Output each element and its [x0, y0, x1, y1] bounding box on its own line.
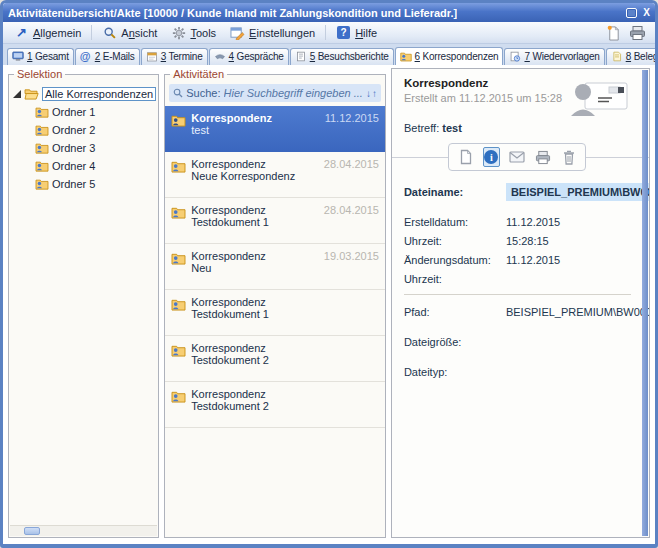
item-subtitle: Testdokument 1: [191, 216, 379, 228]
menu-item-tools[interactable]: Tools: [165, 23, 222, 42]
maximize-button[interactable]: [626, 8, 637, 18]
field-label: Erstelldatum:: [404, 216, 506, 228]
print-button[interactable]: [629, 25, 646, 41]
sort-ascending-button[interactable]: ↑: [372, 88, 377, 99]
titlebar: Aktivitätenübersicht/Akte [10000 / Kunde…: [3, 3, 655, 22]
tree-item-ordner-3[interactable]: Ordner 3: [13, 139, 156, 157]
field-label: Pfad:: [404, 306, 506, 318]
folder-user-icon: [35, 124, 49, 136]
list-item[interactable]: Korrespondenz Neue Korrespondenz 28.04.2…: [165, 152, 385, 198]
folder-user-icon: [35, 178, 49, 190]
item-subtitle: Neu: [191, 262, 379, 274]
folder-label: Ordner 4: [52, 160, 95, 172]
menubar: ↗ Allgemein Ansicht Tools Einstellungen …: [3, 22, 655, 44]
trash-icon: [563, 150, 575, 165]
sort-descending-button[interactable]: ↓: [366, 88, 371, 99]
tab-korrespondenzen[interactable]: 6 Korrespondenzen: [395, 47, 504, 65]
item-date: 28.04.2015: [324, 204, 379, 216]
menu-item-allgemein[interactable]: ↗ Allgemein: [8, 23, 87, 42]
tree-item-ordner-2[interactable]: Ordner 2: [13, 121, 156, 139]
tree-root-item[interactable]: Alle Korrespondenzen: [13, 85, 156, 103]
email-button[interactable]: [508, 147, 526, 167]
tab-termine[interactable]: 3 Termine: [141, 48, 208, 65]
tab-belege[interactable]: 8 Belege: [606, 48, 655, 65]
field-dateityp: Dateityp:: [404, 365, 631, 379]
at-icon: @: [80, 51, 92, 62]
tree-expander-icon[interactable]: [13, 90, 21, 98]
tab-emails[interactable]: @ 2 E-Mails: [75, 48, 140, 65]
menu-item-ansicht[interactable]: Ansicht: [96, 23, 163, 42]
item-subtitle: Testdokument 1: [191, 308, 379, 320]
scrollbar-thumb[interactable]: [24, 527, 40, 535]
correspondence-icon: [171, 344, 186, 357]
item-subtitle: Testdokument 2: [191, 400, 379, 412]
field-value: 15:28:15: [506, 235, 631, 247]
printer-icon: [629, 25, 646, 41]
list-item[interactable]: Korrespondenz test 11.12.2015: [165, 106, 385, 152]
folder-user-icon: [400, 51, 412, 62]
correspondence-folder-tree: Alle Korrespondenzen Ordner 1 Ordner 2 O…: [9, 80, 158, 195]
folder-user-icon: [35, 160, 49, 172]
settings-icon: [230, 25, 245, 40]
document-preview-button[interactable]: [457, 147, 474, 167]
search-bar[interactable]: Suche: Hier Suchbegriff eingeben ... ↓ ↑: [169, 84, 381, 102]
betreff-value: test: [442, 122, 462, 134]
menu-item-hilfe[interactable]: ? Hilfe: [330, 23, 383, 42]
search-placeholder[interactable]: Hier Suchbegriff eingeben ...: [224, 87, 363, 99]
field-value: BEISPIEL_PREMIUM\BW0002.DOC: [506, 306, 650, 318]
resubmission-icon: [509, 51, 521, 62]
item-date: 28.04.2015: [324, 158, 379, 170]
menu-label: Einstellungen: [249, 27, 315, 39]
correspondence-icon: [171, 252, 186, 265]
correspondence-icon: [171, 206, 186, 219]
field-label: Dateityp:: [404, 366, 506, 378]
selektion-caption: Selektion: [14, 68, 65, 80]
menu-item-einstellungen[interactable]: Einstellungen: [224, 23, 321, 42]
list-item[interactable]: Korrespondenz Testdokument 1 28.04.2015: [165, 198, 385, 244]
search-icon: [173, 88, 183, 98]
list-item[interactable]: Korrespondenz Neu 19.03.2015: [165, 244, 385, 290]
activity-list: Korrespondenz test 11.12.2015 Korrespond…: [165, 106, 385, 537]
item-subtitle: Neue Korrespondenz: [191, 170, 379, 182]
detail-vertical-scrollbar[interactable]: [642, 70, 648, 536]
folder-user-icon: [35, 142, 49, 154]
correspondence-icon: [171, 390, 186, 403]
phone-icon: [214, 51, 226, 62]
tree-item-ordner-4[interactable]: Ordner 4: [13, 157, 156, 175]
detail-fields: Dateiname: BEISPIEL_PREMIUM\BW0002.DOC E…: [404, 183, 631, 379]
folder-label: Ordner 2: [52, 124, 95, 136]
aktivitaeten-panel: Aktivitäten Suche: Hier Suchbegriff eing…: [164, 68, 386, 538]
info-button[interactable]: i: [483, 147, 500, 167]
tree-horizontal-scrollbar[interactable]: [10, 525, 157, 536]
tab-besuchsberichte[interactable]: 5 Besuchsberichte: [290, 48, 394, 65]
folder-label: Ordner 5: [52, 178, 95, 190]
close-button[interactable]: X: [643, 8, 650, 18]
print-detail-button[interactable]: [534, 147, 552, 167]
tree-item-ordner-5[interactable]: Ordner 5: [13, 175, 156, 193]
search-label: Suche:: [186, 87, 220, 99]
item-title: Korrespondenz: [191, 388, 379, 400]
divider: [404, 294, 631, 295]
tab-strip: 1 Gesamt @ 2 E-Mails 3 Termine 4 Gespräc…: [3, 44, 655, 65]
tree-item-ordner-1[interactable]: Ordner 1: [13, 103, 156, 121]
tab-gespraeche[interactable]: 4 Gespräche: [209, 48, 289, 65]
field-dateigroesse: Dateigröße:: [404, 335, 631, 349]
window-title: Aktivitätenübersicht/Akte [10000 / Kunde…: [8, 7, 457, 19]
list-item[interactable]: Korrespondenz Testdokument 1: [165, 290, 385, 336]
list-item[interactable]: Korrespondenz Testdokument 2: [165, 336, 385, 382]
correspondence-detail-panel: Korrespondenz Erstellt am 11.12.2015 um …: [391, 68, 650, 538]
item-subtitle: test: [191, 124, 379, 136]
field-erstelldatum: Erstelldatum: 11.12.2015: [404, 215, 631, 229]
correspondence-icon: [171, 114, 186, 127]
content-area: Selektion Alle Korrespondenzen Ordner 1 …: [3, 65, 655, 544]
list-item[interactable]: Korrespondenz Testdokument 2: [165, 382, 385, 428]
tab-gesamt[interactable]: 1 Gesamt: [7, 48, 74, 65]
envelope-icon: [509, 151, 525, 163]
field-label: Uhrzeit:: [404, 273, 506, 285]
menu-label: Hilfe: [355, 27, 377, 39]
contact-card-icon: [571, 81, 629, 117]
tab-wiedervorlagen[interactable]: 7 Wiedervorlagen: [504, 48, 604, 65]
field-value: 11.12.2015: [506, 254, 631, 266]
new-document-button[interactable]: [606, 25, 621, 41]
delete-button[interactable]: [560, 147, 577, 167]
